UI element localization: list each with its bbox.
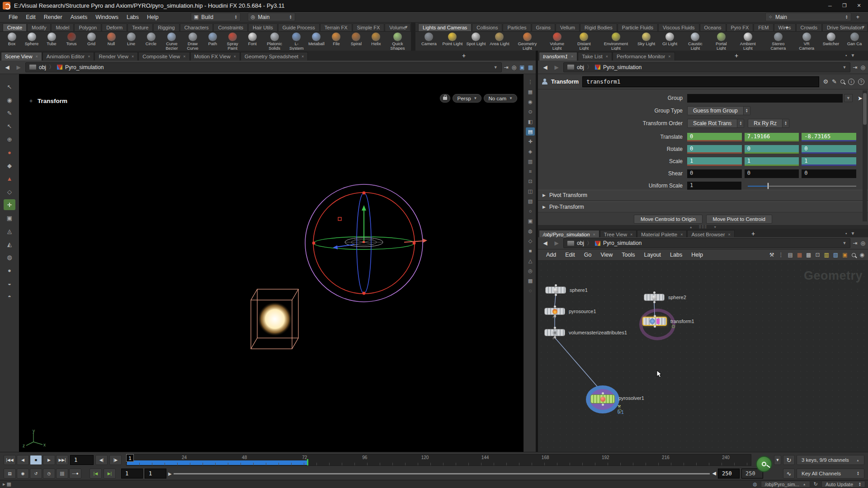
shelf-tool[interactable]: Null — [101, 33, 121, 50]
node-name-field[interactable]: transform1 — [582, 76, 819, 87]
pin-icon[interactable]: ⇥ — [853, 64, 857, 70]
group-pick-icon[interactable]: ➤ — [858, 95, 863, 102]
add-pane-tab-button[interactable]: + — [735, 52, 738, 59]
shelf-tab[interactable]: Lights and Cameras — [418, 23, 472, 31]
path-field[interactable]: obj 〉 Pyro_simulation ▼ — [563, 62, 850, 72]
playbar-option-icon[interactable]: ◉ — [17, 469, 29, 479]
add-desktop-button[interactable]: + — [852, 13, 863, 22]
translate-x-field[interactable]: 0 — [687, 133, 742, 141]
back-icon[interactable]: ◀ — [541, 63, 550, 72]
pane-tab[interactable]: Geometry Spreadsheet× — [241, 52, 308, 61]
display-option-icon[interactable]: ▤ — [526, 127, 535, 136]
add-shelf-tab-button[interactable]: + — [782, 24, 793, 31]
spinner-icon[interactable]: ▲▼ — [235, 15, 237, 19]
network-node[interactable]: sphere1 — [545, 286, 566, 294]
shelf-tab[interactable]: FEM — [754, 23, 773, 31]
minimize-button[interactable]: ─ — [824, 1, 836, 10]
pane-tab[interactable]: Animation Editor× — [42, 52, 94, 61]
cycle-playback-icon[interactable]: ↻ — [783, 455, 795, 465]
network-canvas[interactable]: Geometry sphere1 pyrosource1 — [538, 261, 868, 452]
viewport-tool-icon[interactable]: ◉ — [4, 94, 15, 105]
close-tab-icon[interactable]: × — [36, 54, 38, 59]
main-context-dropdown[interactable]: ◎ Main ▲▼ — [248, 13, 295, 21]
shelf-tool[interactable]: Tube — [42, 33, 61, 50]
spinner-icon[interactable]: ▲▼ — [845, 15, 848, 19]
shelf-tab[interactable]: Texture — [127, 23, 153, 31]
shelf-tab[interactable]: Guide Process — [278, 23, 320, 31]
shelf-tab[interactable]: Crowds — [796, 23, 822, 31]
pin-icon[interactable]: ⇥ — [504, 64, 509, 70]
menu-item[interactable]: Edit — [561, 250, 580, 259]
chevron-down-icon[interactable]: ▼ — [843, 65, 847, 70]
range-start-field[interactable]: 1 — [121, 469, 143, 479]
pane-tab[interactable]: Composite View× — [138, 52, 189, 61]
menu-item[interactable]: Tools — [617, 250, 639, 259]
shelf-tool[interactable]: Sphere — [22, 33, 42, 50]
key-options-icon[interactable]: ▼ — [774, 455, 781, 465]
shelf-tool[interactable]: Ambient Light — [733, 33, 762, 50]
param-action-button[interactable]: Move Pivot to Centroid — [706, 215, 772, 224]
close-tab-icon[interactable]: × — [593, 232, 595, 237]
message-log-icons[interactable]: ▸ ▦ — [3, 481, 11, 487]
back-icon[interactable]: ◀ — [541, 239, 550, 248]
shelf-tab[interactable]: Vellum — [556, 23, 580, 31]
range-substart-field[interactable]: 1 — [145, 469, 166, 479]
eye-icon[interactable]: ◉ — [860, 252, 864, 258]
network-node[interactable]: pyrosource1 — [544, 308, 565, 315]
list-icon[interactable]: ▤ — [788, 252, 793, 258]
node-body[interactable] — [545, 286, 566, 294]
shear-y-field[interactable]: 0 — [745, 169, 799, 178]
param-action-button[interactable]: Move Centroid to Origin — [634, 215, 702, 224]
shelf-tool[interactable]: Grid — [81, 33, 101, 50]
shelf-tool[interactable]: Box — [2, 33, 22, 50]
shelf-tab[interactable]: Pyro FX — [726, 23, 754, 31]
shelf-tool[interactable]: Torus — [61, 33, 81, 50]
node-body[interactable] — [544, 329, 565, 336]
shelf-tab[interactable]: Hair Utils — [248, 23, 278, 31]
shelf-tool[interactable]: File — [326, 33, 346, 50]
range-start-button[interactable]: |◀ — [90, 469, 102, 479]
uniform-scale-field[interactable]: 1 — [687, 182, 741, 190]
close-tab-icon[interactable]: × — [668, 54, 670, 59]
node-body[interactable] — [590, 394, 615, 404]
info-icon[interactable]: i — [848, 79, 854, 85]
back-icon[interactable]: ◀ — [3, 63, 12, 72]
shelf-tab[interactable]: Viscous Fluids — [658, 23, 699, 31]
pivot-transform-section[interactable]: ▶ Pivot Transform — [538, 190, 868, 201]
shelf-tool[interactable]: Area Light — [488, 33, 511, 50]
shelf-tool[interactable]: Geometry Light — [511, 33, 543, 50]
keys-channels-badge[interactable]: 3 keys, 9/9 channels▲ — [797, 455, 864, 465]
shelf-tool[interactable]: Environment Light — [597, 33, 634, 50]
shelf-tool[interactable]: Stereo Camera — [762, 33, 794, 50]
rotate-y-field[interactable]: 0 — [745, 145, 799, 154]
shelf-tool[interactable]: Distant Light — [571, 33, 597, 50]
close-tab-icon[interactable]: × — [183, 54, 185, 59]
scale-z-field[interactable]: 1 — [802, 157, 856, 166]
pin-icon[interactable]: ⇥ — [853, 240, 857, 246]
shelf-tab[interactable]: Model — [51, 23, 74, 31]
close-tab-icon[interactable]: × — [302, 54, 304, 59]
range-handle-right-icon[interactable]: ◀ — [712, 470, 716, 476]
shear-z-field[interactable]: 0 — [802, 169, 856, 178]
menu-item[interactable]: Labs — [665, 250, 687, 259]
forward-icon[interactable]: ▶ — [552, 63, 561, 72]
range-end-field[interactable]: 250 — [718, 469, 740, 479]
display-option-icon[interactable]: ○ — [526, 207, 535, 215]
spinner-icon[interactable]: ▲▼ — [289, 15, 292, 19]
menu-item[interactable]: Add — [542, 250, 561, 259]
color-palette-icon[interactable]: ▦ — [797, 252, 802, 258]
pane-menu-icon[interactable]: ▼ — [851, 53, 855, 58]
close-tab-icon[interactable]: × — [728, 232, 731, 237]
display-option-icon[interactable]: ⋮ — [526, 78, 535, 86]
display-option-icon[interactable]: ◧ — [526, 117, 535, 126]
playhead[interactable]: 1 — [126, 454, 134, 462]
follow-icon[interactable]: ◎ — [512, 64, 516, 70]
close-tab-icon[interactable]: × — [630, 232, 632, 237]
display-option-icon[interactable]: ◎ — [526, 267, 535, 275]
display-option-icon[interactable]: ■ — [526, 247, 535, 255]
shelf-tab[interactable]: Particles — [503, 23, 531, 31]
close-tab-icon[interactable]: × — [132, 54, 134, 59]
translate-y-field[interactable]: 7.19166 — [745, 133, 799, 141]
shelf-tab[interactable]: Particle Fluids — [618, 23, 658, 31]
shelf-tab[interactable]: Rigging — [153, 23, 179, 31]
